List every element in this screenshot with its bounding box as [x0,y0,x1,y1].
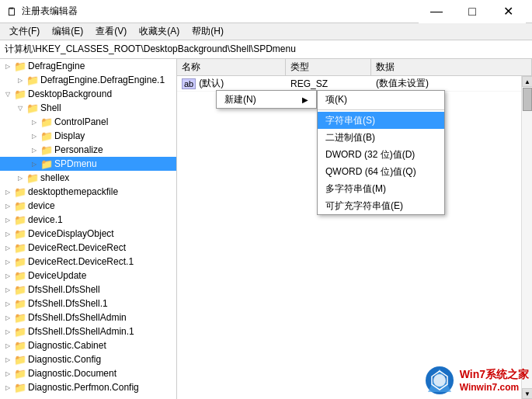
ctx-new-item[interactable]: 新建(N) ▶ [217,91,316,108]
tree-item-spdmenu[interactable]: ▷ 📁 SPDmenu [0,157,176,171]
tree-item-dfsshelladmin[interactable]: ▷ 📁 DfsShell.DfsShellAdmin [0,311,176,324]
menu-view[interactable]: 查看(V) [89,23,133,40]
svg-marker-3 [432,371,447,390]
submenu-item-binary[interactable]: 二进制值(B) [318,129,444,146]
cell-data: (数值未设置) [371,77,532,90]
expander-icon[interactable]: ▷ [2,245,14,252]
expander-icon[interactable]: ▷ [2,328,14,335]
expander-icon[interactable]: ▷ [2,203,14,210]
expander-icon[interactable]: ▽ [2,91,14,98]
folder-icon: 📁 [14,298,26,310]
app-title: 注册表编辑器 [22,5,78,18]
expander-icon[interactable]: ▷ [2,342,14,349]
submenu-item-multistring[interactable]: 多字符串值(M) [318,180,444,197]
tree-label: SPDmenu [54,158,97,169]
col-header-name[interactable]: 名称 [177,59,286,76]
context-menu-new[interactable]: 新建(N) ▶ [216,90,317,109]
submenu-label-key: 项(K) [325,93,347,106]
menu-bar: 文件(F) 编辑(E) 查看(V) 收藏夹(A) 帮助(H) [0,23,532,40]
svg-point-2 [433,374,446,387]
svg-point-0 [426,366,454,394]
expander-icon[interactable]: ▷ [2,370,14,377]
submenu-item-string[interactable]: 字符串值(S) [318,112,444,129]
minimize-button[interactable]: — [419,0,454,23]
scroll-down-btn[interactable]: ▼ [522,388,532,399]
folder-icon: 📁 [14,270,26,282]
menu-favorites[interactable]: 收藏夹(A) [133,23,186,40]
right-scrollbar[interactable]: ▲ ▼ [521,76,532,399]
tree-item-device[interactable]: ▷ 📁 device [0,199,176,213]
expander-icon[interactable]: ▷ [2,300,14,307]
expander-icon[interactable]: ▷ [2,384,14,391]
close-button[interactable]: ✕ [490,0,526,23]
tree-item-display[interactable]: ▷ 📁 Display [0,129,176,143]
submenu-item-expandstring[interactable]: 可扩充字符串值(E) [318,197,444,214]
expander-icon[interactable]: ▽ [14,105,26,112]
expander-icon[interactable]: ▷ [2,356,14,363]
tree-label: Diagnostic.Config [28,354,101,365]
menu-help[interactable]: 帮助(H) [186,23,230,40]
tree-item-defragengine1[interactable]: ▷ 📁 DefragEngine.DefragEngine.1 [0,73,176,87]
tree-item-desktopack[interactable]: ▷ 📁 desktopthemepackfile [0,185,176,199]
folder-icon: 📁 [14,354,26,366]
cell-type: REG_SZ [286,78,371,89]
expander-icon[interactable]: ▷ [14,175,26,182]
tree-item-diagcabinet[interactable]: ▷ 📁 Diagnostic.Cabinet [0,338,176,352]
col-header-data[interactable]: 数据 [371,59,532,76]
tree-item-diagperfmon[interactable]: ▷ 📁 Diagnostic.Perfmon.Config [0,380,176,394]
expander-icon[interactable]: ▷ [28,133,40,140]
expander-icon[interactable]: ▷ [2,258,14,265]
tree-item-deviceupdate[interactable]: ▷ 📁 DeviceUpdate [0,269,176,283]
tree-item-device1[interactable]: ▷ 📁 device.1 [0,213,176,227]
expander-icon[interactable]: ▷ [2,286,14,293]
expander-icon[interactable]: ▷ [2,217,14,224]
tree-label: ControlPanel [54,116,108,127]
menu-edit[interactable]: 编辑(E) [46,23,89,40]
tree-item-devicerect1[interactable]: ▷ 📁 DeviceRect.DeviceRect.1 [0,255,176,269]
main-content: ▷ 📁 DefragEngine ▷ 📁 DefragEngine.Defrag… [0,59,532,399]
expander-icon[interactable]: ▷ [2,63,14,70]
tree-item-shell[interactable]: ▽ 📁 Shell [0,101,176,115]
menu-file[interactable]: 文件(F) [3,23,46,40]
tree-item-controlpanel[interactable]: ▷ 📁 ControlPanel [0,115,176,129]
tree-label: DeviceUpdate [28,270,86,281]
submenu[interactable]: 项(K) 字符串值(S) 二进制值(B) DWORD (32 位)值(D) QW… [317,90,445,215]
expander-icon[interactable]: ▷ [2,189,14,196]
submenu-item-qword[interactable]: QWORD (64 位)值(Q) [318,163,444,180]
tree-item-devicedisplay[interactable]: ▷ 📁 DeviceDisplayObject [0,227,176,241]
expander-icon[interactable]: ▷ [2,314,14,321]
folder-icon: 📁 [14,284,26,296]
tree-panel[interactable]: ▷ 📁 DefragEngine ▷ 📁 DefragEngine.Defrag… [0,59,177,399]
tree-item-defragengine[interactable]: ▷ 📁 DefragEngine [0,59,176,73]
tree-item-dfsshell[interactable]: ▷ 📁 DfsShell.DfsShell [0,283,176,297]
col-header-type[interactable]: 类型 [286,59,371,76]
submenu-item-dword[interactable]: DWORD (32 位)值(D) [318,146,444,163]
submenu-item-key[interactable]: 项(K) [318,91,444,108]
tree-item-desktopbg[interactable]: ▽ 📁 DesktopBackground [0,87,176,101]
expander-icon[interactable]: ▷ [2,231,14,238]
folder-icon: 📁 [26,75,39,86]
tree-item-diagconfig[interactable]: ▷ 📁 Diagnostic.Config [0,352,176,366]
scroll-up-btn[interactable]: ▲ [522,76,532,87]
expander-icon[interactable]: ▷ [14,77,26,84]
submenu-label-string: 字符串值(S) [325,114,375,127]
tree-item-diagdoc[interactable]: ▷ 📁 Diagnostic.Document [0,366,176,380]
tree-item-dfsshell1[interactable]: ▷ 📁 DfsShell.DfsShell.1 [0,297,176,311]
tree-item-dfsshelladmin1[interactable]: ▷ 📁 DfsShell.DfsShellAdmin.1 [0,324,176,338]
tree-label: DeviceRect.DeviceRect.1 [28,256,134,267]
tree-item-personalize[interactable]: ▷ 📁 Personalize [0,143,176,157]
expander-icon[interactable]: ▷ [28,147,40,154]
folder-icon: 📁 [26,172,39,184]
tree-label: DfsShell.DfsShell [28,284,100,295]
tree-label: DfsShell.DfsShellAdmin [28,312,127,323]
tree-label: Diagnostic.Cabinet [28,340,106,351]
tree-item-shellex[interactable]: ▷ 📁 shellex [0,171,176,185]
tree-item-devicerect[interactable]: ▷ 📁 DeviceRect.DeviceRect [0,241,176,255]
list-row-default[interactable]: ab (默认) REG_SZ (数值未设置) [177,76,532,92]
expander-icon[interactable]: ▷ [28,161,40,168]
expander-icon[interactable]: ▷ [2,272,14,279]
maximize-button[interactable]: □ [454,0,490,23]
expander-icon[interactable]: ▷ [28,119,40,126]
tree-label: device.1 [28,214,63,225]
scroll-thumb[interactable] [523,88,532,111]
